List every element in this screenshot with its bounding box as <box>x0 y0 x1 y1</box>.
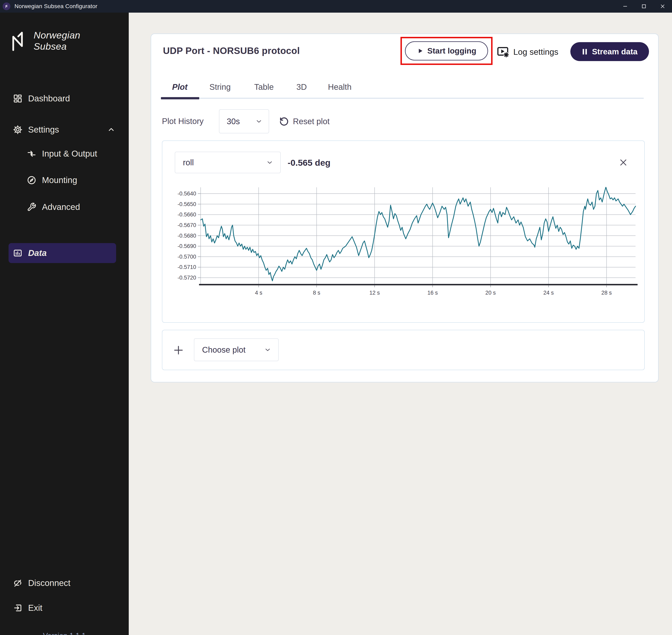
svg-text:-0.5650: -0.5650 <box>177 201 196 207</box>
sidebar: Norwegian Subsea Dashboard <box>0 13 129 635</box>
plot-history-select[interactable]: 30s <box>219 109 269 133</box>
window-controls <box>616 0 672 13</box>
tab-active-indicator <box>161 97 199 100</box>
tab-3d[interactable]: 3D <box>296 83 307 92</box>
tab-table[interactable]: Table <box>254 83 274 92</box>
brand-logo-line2: Subsea <box>34 41 80 52</box>
log-settings-label: Log settings <box>513 47 558 57</box>
chevron-down-icon <box>255 118 262 125</box>
svg-text:-0.5710: -0.5710 <box>177 264 196 270</box>
reset-plot-label: Reset plot <box>293 117 330 126</box>
maximize-button[interactable] <box>634 0 653 13</box>
disconnect-icon <box>13 578 22 588</box>
sidebar-item-label: Mounting <box>42 175 77 185</box>
sidebar-item-data[interactable]: Data <box>8 243 116 263</box>
title-bar: Norwegian Subsea Configurator <box>0 0 672 13</box>
tab-string[interactable]: String <box>209 83 231 92</box>
close-icon <box>619 158 628 167</box>
close-icon <box>659 3 666 9</box>
sidebar-item-input-output[interactable]: Input & Output <box>0 143 129 164</box>
sidebar-item-disconnect[interactable]: Disconnect <box>0 572 129 594</box>
current-reading: -0.565 deg <box>288 158 330 168</box>
stream-data-label: Stream data <box>592 47 637 56</box>
reset-plot-button[interactable]: Reset plot <box>279 114 330 129</box>
svg-text:-0.5680: -0.5680 <box>177 233 196 239</box>
stream-data-button[interactable]: Stream data <box>570 42 649 61</box>
minimize-button[interactable] <box>616 0 634 13</box>
tab-plot[interactable]: Plot <box>172 83 188 92</box>
input-output-icon <box>27 149 36 158</box>
pause-icon <box>582 48 588 56</box>
brand-logo-line1: Norwegian <box>34 29 80 41</box>
wrench-icon <box>27 202 36 212</box>
svg-text:-0.5700: -0.5700 <box>177 254 196 260</box>
add-plot-button[interactable] <box>173 345 184 356</box>
log-settings-icon <box>497 46 510 58</box>
sidebar-item-dashboard[interactable]: Dashboard <box>0 88 129 109</box>
channel-select[interactable]: roll <box>175 152 281 173</box>
sidebar-item-label: Data <box>28 248 47 258</box>
reset-icon <box>279 116 289 127</box>
close-button[interactable] <box>653 0 672 13</box>
tab-divider <box>161 98 644 99</box>
chevron-down-icon <box>264 346 271 353</box>
bar-chart-icon <box>13 248 22 258</box>
svg-text:-0.5720: -0.5720 <box>177 275 196 281</box>
remove-plot-button[interactable] <box>618 157 629 168</box>
version-label: Version 1.1.1 <box>0 632 129 635</box>
sidebar-item-label: Disconnect <box>28 578 70 588</box>
logo-mark-icon <box>4 4 9 8</box>
sidebar-item-mounting[interactable]: Mounting <box>0 170 129 191</box>
brand-logo-text: Norwegian Subsea <box>34 29 80 52</box>
svg-text:20 s: 20 s <box>485 290 496 296</box>
sidebar-item-label: Settings <box>28 125 59 135</box>
sidebar-item-exit[interactable]: Exit <box>0 597 129 618</box>
play-icon <box>417 47 424 54</box>
start-logging-label: Start logging <box>427 46 476 56</box>
sidebar-item-label: Exit <box>28 603 42 613</box>
chevron-down-icon <box>266 159 273 166</box>
gear-icon <box>13 125 22 134</box>
exit-icon <box>13 603 22 613</box>
svg-text:16 s: 16 s <box>427 290 438 296</box>
sidebar-item-advanced[interactable]: Advanced <box>0 196 129 218</box>
choose-plot-select[interactable]: Choose plot <box>194 338 279 361</box>
brand-logo: Norwegian Subsea <box>8 28 80 53</box>
compass-icon <box>27 175 36 185</box>
sidebar-item-label: Advanced <box>42 202 80 212</box>
minimize-icon <box>622 3 628 9</box>
svg-text:12 s: 12 s <box>369 290 380 296</box>
page-title: UDP Port - NORSUB6 protocol <box>163 45 300 56</box>
svg-text:24 s: 24 s <box>543 290 554 296</box>
roll-line-chart: -0.5640-0.5650-0.5660-0.5670-0.5680-0.56… <box>169 183 639 297</box>
channel-value: roll <box>183 158 194 167</box>
start-logging-button[interactable]: Start logging <box>405 41 488 61</box>
brand-logo-mark-icon <box>8 28 30 53</box>
svg-text:-0.5670: -0.5670 <box>177 222 196 228</box>
app-icon <box>3 2 10 10</box>
plot-history-label: Plot History <box>162 117 204 126</box>
window-title: Norwegian Subsea Configurator <box>15 3 97 9</box>
choose-plot-value: Choose plot <box>202 345 246 354</box>
plot-history-value: 30s <box>227 117 240 126</box>
svg-text:8 s: 8 s <box>313 290 320 296</box>
svg-text:-0.5660: -0.5660 <box>177 212 196 218</box>
maximize-icon <box>641 3 647 9</box>
log-settings-button[interactable]: Log settings <box>497 42 558 62</box>
svg-text:28 s: 28 s <box>601 290 612 296</box>
svg-text:4 s: 4 s <box>255 290 262 296</box>
sidebar-item-label: Input & Output <box>42 149 97 159</box>
sidebar-item-label: Dashboard <box>28 94 70 104</box>
svg-text:-0.5640: -0.5640 <box>177 191 196 197</box>
sidebar-item-settings[interactable]: Settings <box>0 119 129 140</box>
tab-health[interactable]: Health <box>328 83 352 92</box>
dashboard-icon <box>13 94 22 103</box>
chevron-up-icon <box>107 126 115 134</box>
svg-text:-0.5690: -0.5690 <box>177 243 196 249</box>
